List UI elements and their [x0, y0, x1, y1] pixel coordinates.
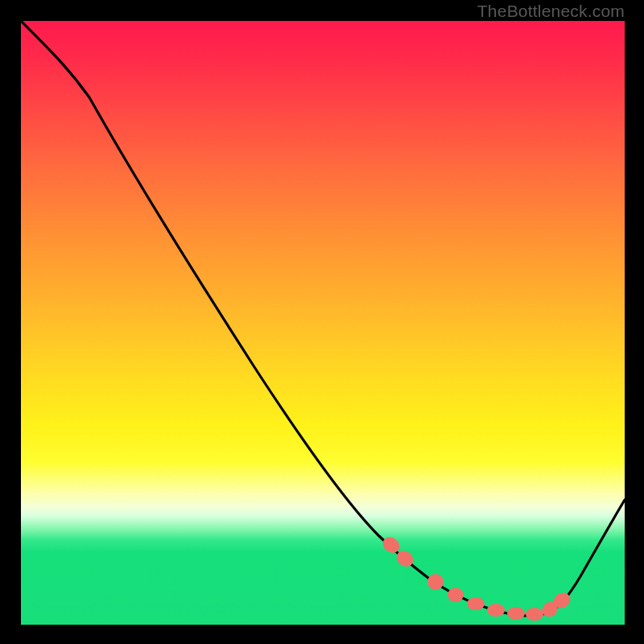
curve-path [21, 21, 625, 616]
svg-point-7 [526, 608, 543, 621]
plot-area [21, 21, 625, 625]
svg-point-5 [487, 604, 505, 617]
svg-point-6 [507, 607, 525, 620]
chart-frame: TheBottleneck.com [0, 0, 644, 644]
watermark-text: TheBottleneck.com [477, 2, 625, 21]
bottleneck-curve [21, 21, 625, 625]
svg-point-4 [467, 597, 485, 610]
svg-point-3 [448, 588, 464, 602]
highlight-markers [380, 534, 573, 621]
svg-point-2 [427, 574, 444, 590]
